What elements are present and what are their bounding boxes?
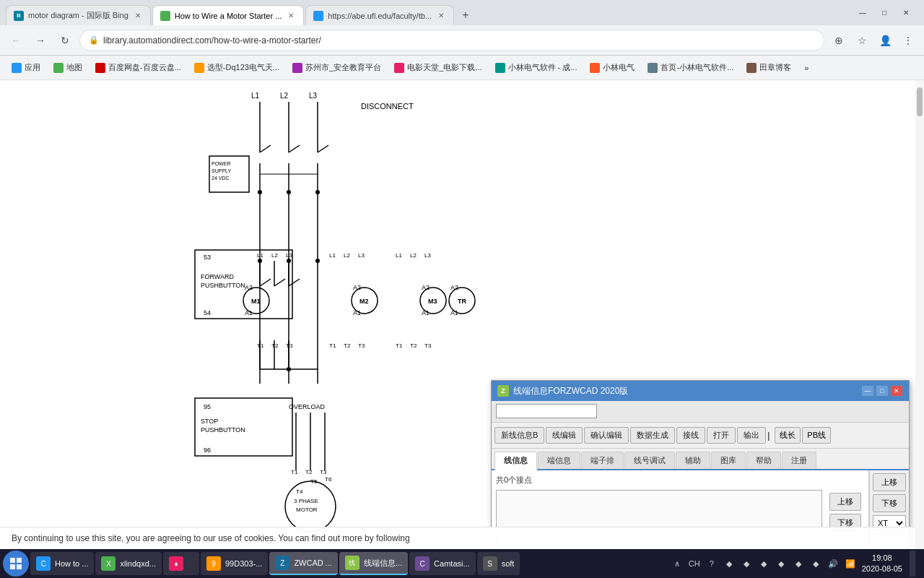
menu-icon[interactable]: ⋮ [898, 30, 918, 51]
btn-new-line-info[interactable]: 新线信息B [494, 427, 544, 444]
tab-close-2[interactable]: ✕ [286, 11, 296, 21]
taskbar-clock[interactable]: 19:08 2020-08-05 [862, 553, 902, 575]
forward-button[interactable]: → [30, 30, 51, 51]
svg-text:L1: L1 [396, 252, 402, 259]
svg-point-100 [287, 367, 291, 371]
tray-icon-diamond3[interactable]: ◆ [758, 558, 770, 569]
bookmark-movies[interactable]: 电影天堂_电影下载... [388, 59, 487, 76]
bookmark-icon[interactable]: ☆ [852, 30, 872, 51]
svg-text:MOTOR: MOTOR [296, 506, 318, 513]
zwcad-tab-register[interactable]: 注册 [782, 452, 816, 469]
start-button[interactable] [3, 551, 29, 577]
refresh-button[interactable]: ↻ [55, 30, 75, 51]
tab-label-2: How to Wire a Motor Starter ... [175, 12, 282, 20]
zwcad-toolbar: 新线信息B 线编辑 确认编辑 数据生成 接线 打开 输出 | 线长 PB线 [492, 423, 909, 449]
minimize-button[interactable]: — [853, 6, 872, 20]
zwcad-tab-line-debug[interactable]: 线号调试 [624, 452, 675, 469]
tray-icon-diamond2[interactable]: ◆ [741, 558, 752, 569]
btn-right-up[interactable]: 上移 [873, 473, 906, 491]
back-button[interactable]: ← [6, 30, 26, 51]
taskbar-item-wps[interactable]: ♦ [163, 552, 199, 575]
zwcad-search-row [492, 401, 909, 423]
tray-icon-help[interactable]: ? [706, 558, 718, 569]
bookmark-suzhou[interactable]: 苏州市_安全教育平台 [287, 59, 387, 76]
url-bar[interactable]: 🔒 library.automationdirect.com/how-to-wi… [79, 30, 824, 51]
zwcad-tab-terminal-info[interactable]: 端信息 [538, 452, 580, 469]
btn-pb-line[interactable]: PB线 [802, 427, 831, 444]
btn-data-generate[interactable]: 数据生成 [630, 427, 675, 444]
tray-icon-diamond6[interactable]: ◆ [810, 558, 821, 569]
svg-text:T2: T2 [271, 342, 279, 349]
taskbar-icon-how-to: C [36, 556, 51, 571]
bookmark-tian[interactable]: 田章博客 [741, 59, 797, 76]
bookmark-applications[interactable]: 应用 [6, 59, 46, 76]
bookmark-more[interactable]: » [798, 61, 814, 75]
taskbar-label-lineinfo: 线端信息... [364, 558, 402, 569]
scroll-thumb[interactable] [917, 87, 923, 116]
zwcad-tab-library[interactable]: 图库 [711, 452, 746, 469]
taskbar-item-99d[interactable]: 9 99D303-... [201, 552, 268, 575]
bookmark-baidu[interactable]: 百度网盘-百度云盘... [90, 59, 187, 76]
btn-right-down[interactable]: 下移 [873, 494, 906, 512]
btn-connect[interactable]: 接线 [676, 427, 705, 444]
taskbar-icon-lineinfo: 线 [345, 556, 359, 570]
svg-text:A1: A1 [245, 309, 253, 316]
bookmark-maps[interactable]: 地图 [48, 59, 88, 76]
profile-icon[interactable]: 👤 [875, 30, 895, 51]
zwcad-tab-terminal-row[interactable]: 端子排 [581, 452, 624, 469]
taskbar-item-soft[interactable]: S soft [477, 552, 520, 575]
bookmark-icon-xiaolin [495, 63, 505, 73]
svg-text:A1: A1 [353, 309, 361, 316]
tab-ufl[interactable]: https://abe.ufl.edu/faculty/tb... ✕ [305, 5, 454, 25]
taskbar: C How to ... X xlindqxd... ♦ 9 99D303-..… [0, 549, 924, 578]
tray-icon-expand[interactable]: ∧ [671, 558, 683, 569]
svg-text:L2: L2 [344, 252, 350, 259]
svg-text:L3: L3 [358, 252, 365, 259]
zwcad-tab-assist[interactable]: 辅助 [676, 452, 710, 469]
bookmark-icon-dianxuan [194, 63, 204, 73]
bookmark-home[interactable]: 首页-小林电气软件... [642, 59, 739, 76]
taskbar-item-xlindqxd[interactable]: X xlindqxd... [95, 552, 162, 575]
bookmark-dianxuan[interactable]: 选型-Dq123电气天... [188, 59, 285, 76]
tray-icon-diamond4[interactable]: ◆ [775, 558, 787, 569]
zwcad-close-btn[interactable]: ✕ [890, 385, 903, 397]
tray-icon-diamond1[interactable]: ◆ [723, 558, 735, 569]
bookmark-xiaolin2[interactable]: 小林电气 [584, 59, 640, 76]
tray-icon-volume[interactable]: 🔊 [827, 558, 839, 569]
bookmark-icon-home [648, 63, 658, 73]
taskbar-icon-wps: ♦ [169, 556, 183, 571]
tab-close-1[interactable]: ✕ [133, 11, 143, 21]
bookmark-xiaolin[interactable]: 小林电气软件 - 成... [489, 59, 583, 76]
tab-motor-diagram[interactable]: B motor diagram - 国际版 Bing ✕ [6, 5, 151, 25]
zwcad-maximize-btn[interactable]: □ [876, 385, 889, 397]
taskbar-label-camtasia: Camtasi... [434, 559, 470, 568]
taskbar-item-zwcad[interactable]: Z ZWCAD ... [269, 552, 338, 575]
zwcad-search-input[interactable] [496, 404, 597, 418]
tray-icon-network[interactable]: 📶 [845, 558, 856, 569]
svg-text:POWER: POWER [212, 161, 230, 166]
tab-close-3[interactable]: ✕ [436, 11, 446, 21]
tab-how-to-wire[interactable]: How to Wire a Motor Starter ... ✕ [152, 5, 305, 25]
translate-icon[interactable]: ⊕ [829, 30, 849, 51]
tray-icon-ch[interactable]: CH [689, 558, 700, 569]
btn-line-edit[interactable]: 线编辑 [546, 427, 583, 444]
btn-open[interactable]: 打开 [707, 427, 736, 444]
zwcad-tab-line-info[interactable]: 线信息 [494, 452, 537, 470]
tray-icon-diamond5[interactable]: ◆ [793, 558, 804, 569]
page-scrollbar[interactable] [915, 80, 924, 549]
new-tab-button[interactable]: + [456, 5, 476, 25]
taskbar-label-99d: 99D303-... [225, 559, 262, 568]
taskbar-item-how-to[interactable]: C How to ... [30, 552, 94, 575]
zwcad-minimize-btn[interactable]: — [861, 385, 874, 397]
btn-output[interactable]: 输出 [737, 427, 766, 444]
taskbar-item-lineinfo[interactable]: 线 线端信息... [339, 552, 408, 575]
btn-line-length[interactable]: 线长 [775, 427, 801, 444]
btn-confirm-edit[interactable]: 确认编辑 [584, 427, 629, 444]
svg-text:M2: M2 [359, 298, 369, 305]
taskbar-item-camtasia[interactable]: C Camtasi... [409, 552, 476, 575]
zwcad-tab-help[interactable]: 帮助 [746, 452, 781, 469]
close-button[interactable]: ✕ [897, 6, 915, 20]
maximize-button[interactable]: □ [875, 6, 894, 20]
btn-move-up[interactable]: 上移 [829, 493, 861, 511]
show-desktop-button[interactable] [910, 551, 915, 577]
